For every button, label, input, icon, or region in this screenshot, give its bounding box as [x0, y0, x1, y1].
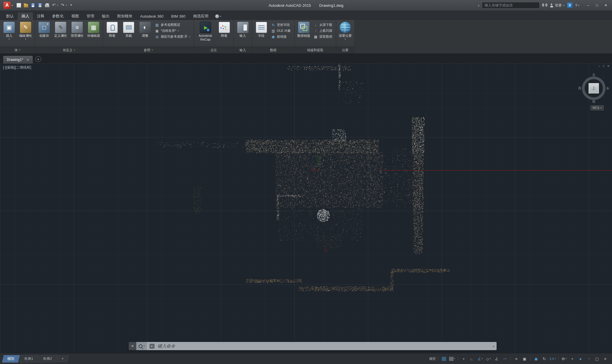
save-button[interactable]: [30, 2, 36, 8]
adjust-button[interactable]: 调整: [137, 21, 153, 38]
insert-block-button[interactable]: 插入▾: [1, 21, 17, 41]
create-block-button[interactable]: 创建块: [36, 21, 52, 38]
model-space-toggle-toggle[interactable]: 模型: [429, 355, 436, 362]
app-menu-button[interactable]: A ▾: [2, 1, 14, 9]
panel-label-import[interactable]: 输入: [234, 46, 252, 53]
hyperlink-button[interactable]: 超链接: [271, 34, 291, 39]
ribbon-tab-add-ins[interactable]: 附加模块: [113, 12, 136, 20]
underlay-layers-button[interactable]: 参考底图图层: [155, 23, 190, 27]
snap-to-underlays-button[interactable]: 捕捉到参考底图 开▾: [155, 34, 190, 39]
ribbon-tab-manage[interactable]: 管理: [83, 12, 98, 20]
block-editor-button[interactable]: 块编辑器: [86, 21, 102, 38]
maximize-button[interactable]: □: [593, 2, 601, 9]
new-button[interactable]: [16, 2, 22, 8]
extract-data-button[interactable]: 提取数据: [314, 34, 332, 39]
set-location-button[interactable]: 设置位置▾: [337, 21, 353, 41]
clip-button[interactable]: 剪裁: [121, 21, 137, 38]
viewcube-top-face[interactable]: 上: [589, 83, 599, 93]
viewcube-west-label[interactable]: 西: [578, 86, 581, 91]
panel-label-block[interactable]: 块▾: [0, 46, 35, 53]
hardware-acceleration-toggle[interactable]: ◔: [585, 355, 593, 362]
update-fields-button[interactable]: 更新字段: [271, 23, 291, 27]
autoscale-toggle[interactable]: ↻: [540, 355, 548, 362]
define-attributes-button[interactable]: 定义属性: [53, 21, 69, 38]
ribbon-tab-insert[interactable]: 插入: [18, 12, 33, 20]
frames-button[interactable]: *边框各异*▾: [155, 29, 190, 33]
qat-menu-button[interactable]: [68, 2, 75, 8]
grid-display-toggle[interactable]: [440, 355, 448, 362]
download-from-source-button[interactable]: 从源下载: [314, 23, 332, 27]
panel-label-location[interactable]: 位置: [336, 46, 354, 53]
autodesk-recap-button[interactable]: Autodesk ReCap: [195, 21, 216, 42]
ribbon-tab-default[interactable]: 默认: [2, 12, 18, 20]
wcs-dropdown[interactable]: WCS ▾: [591, 105, 604, 110]
help-button[interactable]: ? ▾: [575, 3, 579, 8]
snap-mode-toggle[interactable]: ▾: [448, 355, 456, 362]
viewport-controls[interactable]: [-][俯视][二维线框]: [3, 65, 31, 70]
layout-tab-new-layout[interactable]: +: [57, 355, 69, 362]
ribbon-tab-featured-apps[interactable]: 精选应用: [189, 12, 212, 20]
viewcube-east-label[interactable]: 东: [606, 86, 609, 91]
ribbon-tab-view[interactable]: 视图: [67, 12, 83, 20]
viewcube-south-label[interactable]: 南: [592, 99, 596, 104]
annotation-scale-toggle[interactable]: 1:1▾: [549, 355, 556, 362]
plot-button[interactable]: [44, 3, 50, 8]
selection-cycling-toggle[interactable]: ▣: [521, 355, 528, 362]
workspace-switching-toggle[interactable]: ⚙▾: [560, 355, 568, 362]
viewport-minimize-icon[interactable]: –: [598, 64, 600, 68]
infocenter-collapse-icon[interactable]: ◂: [478, 4, 479, 7]
sign-in-button[interactable]: 登录 ▾: [550, 3, 565, 8]
point-cloud-canvas[interactable]: [0, 64, 612, 353]
panel-label-reference[interactable]: 参照▾: [103, 46, 194, 53]
panel-label-point-cloud[interactable]: 点云: [194, 46, 233, 53]
attach-point-cloud-button[interactable]: 附着: [216, 21, 232, 38]
import-file-button[interactable]: 输入: [235, 21, 251, 38]
polar-tracking-toggle[interactable]: ∠▾: [476, 355, 484, 362]
command-close-icon[interactable]: ✕: [129, 342, 136, 350]
osnap-tracking-toggle[interactable]: ∠: [493, 355, 500, 362]
ribbon-tab-bim360[interactable]: BIM 360: [167, 12, 189, 20]
close-button[interactable]: ✕: [601, 2, 610, 9]
ribbon-tab-output[interactable]: 输出: [98, 12, 113, 20]
open-button[interactable]: [23, 3, 29, 8]
search-icon[interactable]: [542, 4, 547, 7]
drawing-area[interactable]: [-][俯视][二维线框] – □ ✕ 北 南 西 东 上 WCS ▾ ✕ ▾: [0, 64, 612, 353]
recent-commands-icon[interactable]: [150, 344, 155, 349]
viewcube[interactable]: 北 南 西 东 上: [579, 74, 608, 103]
command-input[interactable]: 键入命令: [147, 342, 491, 350]
customization-toggle[interactable]: ≡: [601, 355, 609, 362]
command-search-button[interactable]: ▾: [136, 342, 147, 350]
panel-label-link-extract[interactable]: 链接和提取: [295, 46, 336, 53]
ole-object-button[interactable]: OLE 对象: [271, 29, 291, 33]
annotation-visibility-toggle[interactable]: ◉: [532, 355, 540, 362]
lineweight-toggle[interactable]: ≡: [513, 355, 520, 362]
object-snap-toggle[interactable]: ▫▾: [501, 355, 509, 362]
edit-attribute-button[interactable]: 编辑属性▾: [18, 21, 34, 41]
data-link-button[interactable]: 数据链接: [296, 21, 312, 38]
ribbon-tab-annotate[interactable]: 注释: [33, 12, 48, 20]
isometric-drafting-toggle[interactable]: ◇▾: [485, 355, 492, 362]
field-button[interactable]: 字段: [253, 21, 269, 38]
redo-button[interactable]: ▾: [60, 2, 68, 8]
undo-button[interactable]: ▾: [51, 2, 59, 8]
layout-tab-model[interactable]: 模型: [2, 355, 20, 363]
save-as-button[interactable]: [37, 2, 43, 8]
viewport-close-icon[interactable]: ✕: [607, 64, 610, 68]
close-icon[interactable]: ✕: [26, 58, 29, 62]
minimize-button[interactable]: –: [584, 2, 593, 9]
file-tab-drawing1[interactable]: Drawing1*✕: [3, 56, 33, 64]
new-drawing-button[interactable]: +: [35, 56, 41, 62]
ortho-mode-toggle[interactable]: ∟: [468, 355, 476, 362]
panel-label-data[interactable]: 数据: [252, 46, 294, 53]
viewcube-north-label[interactable]: 北: [592, 73, 596, 77]
panel-label-block-definition[interactable]: 块定义▾: [35, 46, 103, 53]
command-history-icon[interactable]: ▴: [491, 342, 497, 350]
isolate-objects-toggle[interactable]: ●: [577, 355, 584, 362]
ribbon-tab-parametric[interactable]: 参数化: [48, 12, 67, 20]
search-input[interactable]: [482, 2, 540, 9]
layout-tab-layout1[interactable]: 布局1: [19, 355, 39, 363]
layout-tab-layout2[interactable]: 布局2: [38, 355, 57, 363]
dynamic-input-toggle[interactable]: +: [460, 355, 467, 362]
clean-screen-toggle[interactable]: ▢: [593, 355, 601, 362]
attach-button[interactable]: 附着: [104, 21, 120, 38]
